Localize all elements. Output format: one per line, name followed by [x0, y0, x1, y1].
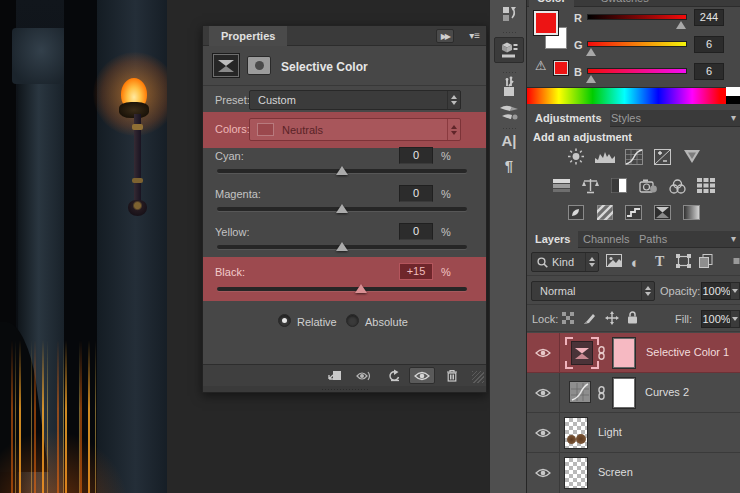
reset-adjustment-icon[interactable] [384, 367, 404, 384]
black-slider[interactable] [217, 287, 467, 291]
yellow-slider[interactable] [217, 245, 467, 249]
layer-mask-thumbnail[interactable] [612, 337, 636, 369]
green-slider-thumb[interactable] [586, 48, 596, 56]
paragraph-panel-icon[interactable]: ¶ [490, 157, 528, 174]
filter-toggle-icon[interactable] [733, 254, 740, 268]
history-panel-icon[interactable] [490, 4, 528, 24]
tab-properties[interactable]: Properties [209, 26, 287, 46]
magenta-value-field[interactable]: 0 [399, 185, 433, 202]
tab-channels[interactable]: Channels [575, 231, 637, 248]
layer-visibility-toggle[interactable] [527, 333, 560, 372]
opacity-dropdown-arrow[interactable] [730, 282, 740, 300]
layer-row-selective-color-1[interactable]: Selective Color 1 [527, 333, 740, 373]
posterize-icon[interactable] [595, 204, 615, 221]
brush-panel-icon[interactable] [490, 102, 528, 122]
layer-visibility-toggle[interactable] [527, 413, 560, 452]
dock-group-grip[interactable] [502, 127, 516, 130]
layer-row-curves-2[interactable]: Curves 2 [527, 373, 740, 413]
fill-value-field[interactable]: 100% [701, 310, 732, 328]
panel-menu-icon[interactable]: ▾ [731, 233, 736, 244]
closest-web-color-swatch[interactable] [554, 61, 568, 75]
lock-transparency-icon[interactable] [562, 312, 574, 324]
foreground-color-swatch[interactable] [534, 11, 558, 35]
blue-channel-slider[interactable] [587, 68, 687, 74]
filter-adjustment-layers-icon[interactable]: ◐ [631, 254, 640, 271]
collapse-panel-icon[interactable]: ▶▶ [436, 29, 454, 43]
black-slider-thumb[interactable] [355, 284, 367, 293]
cyan-slider-thumb[interactable] [336, 166, 348, 175]
tab-layers[interactable]: Layers [527, 231, 578, 248]
tab-color[interactable]: Color [529, 0, 574, 7]
tab-swatches[interactable]: Swatches [593, 0, 657, 7]
mask-link-icon[interactable] [597, 346, 606, 362]
invert-icon[interactable] [566, 204, 586, 221]
exposure-icon[interactable] [653, 148, 673, 165]
black-value-field[interactable]: +15 [399, 263, 433, 280]
absolute-radio[interactable] [346, 314, 359, 327]
gradient-map-icon[interactable] [653, 204, 673, 221]
dock-group-grip[interactable] [502, 71, 516, 74]
curves-layer-thumbnail[interactable] [569, 381, 591, 403]
levels-icon[interactable] [595, 148, 615, 165]
cyan-value-field[interactable]: 0 [399, 147, 433, 164]
fill-dropdown-arrow[interactable] [730, 310, 740, 328]
color-spectrum-ramp[interactable] [527, 87, 726, 104]
colors-dropdown[interactable]: Neutrals [249, 118, 461, 141]
curves-icon[interactable] [624, 148, 644, 165]
yellow-slider-thumb[interactable] [336, 242, 348, 251]
panel-menu-icon[interactable]: ▾ [731, 112, 736, 123]
panel-resize-grip[interactable] [472, 371, 484, 383]
layer-mask-thumbnail[interactable] [612, 377, 636, 409]
tab-paths[interactable]: Paths [631, 231, 675, 248]
clip-to-layer-icon[interactable] [325, 367, 345, 384]
dock-group-grip[interactable] [502, 31, 516, 34]
delete-adjustment-icon[interactable] [442, 367, 462, 384]
blend-mode-dropdown[interactable]: Normal [531, 281, 655, 301]
panel-drag-handle[interactable] [203, 386, 486, 392]
selective-color-icon[interactable] [682, 204, 702, 221]
layer-visibility-toggle[interactable] [527, 453, 560, 493]
opacity-value-field[interactable]: 100% [701, 282, 732, 300]
filter-type-layers-icon[interactable]: T [655, 254, 664, 270]
spectrum-black-swatch[interactable] [726, 96, 740, 104]
spectrum-white-swatch[interactable] [726, 87, 740, 96]
blue-slider-thumb[interactable] [586, 75, 596, 83]
magenta-slider[interactable] [217, 207, 467, 211]
selective-color-adjustment-icon[interactable] [213, 54, 239, 77]
visibility-eye-icon[interactable] [409, 367, 435, 384]
document-canvas[interactable] [0, 0, 167, 493]
hue-saturation-icon[interactable] [551, 177, 571, 194]
threshold-icon[interactable] [624, 204, 644, 221]
red-value-field[interactable]: 244 [694, 9, 724, 26]
layer-row-screen[interactable]: Screen [527, 453, 740, 493]
filter-shape-layers-icon[interactable] [676, 254, 691, 268]
photo-filter-icon[interactable] [638, 177, 658, 194]
gamut-warning-icon[interactable]: ⚠ [535, 58, 547, 73]
brush-presets-panel-icon[interactable] [490, 76, 528, 98]
view-previous-state-icon[interactable] [353, 367, 373, 384]
black-white-icon[interactable] [609, 177, 629, 194]
color-balance-icon[interactable] [580, 177, 600, 194]
lock-all-icon[interactable] [627, 311, 638, 324]
brightness-contrast-icon[interactable] [566, 148, 586, 165]
color-lookup-icon[interactable] [696, 177, 716, 194]
adjustment-layer-thumbnail[interactable] [571, 341, 593, 365]
layer-visibility-toggle[interactable] [527, 373, 560, 412]
relative-radio[interactable] [278, 314, 291, 327]
layer-thumbnail[interactable] [564, 457, 588, 489]
tab-adjustments[interactable]: Adjustments [527, 110, 610, 127]
preset-dropdown[interactable]: Custom [249, 90, 461, 110]
red-slider-thumb[interactable] [676, 21, 686, 29]
blue-value-field[interactable]: 6 [694, 63, 724, 80]
filter-kind-dropdown[interactable]: Kind [531, 252, 599, 272]
mask-link-icon[interactable] [597, 386, 606, 402]
magenta-slider-thumb[interactable] [336, 204, 348, 213]
green-channel-slider[interactable] [587, 41, 687, 47]
cyan-slider[interactable] [217, 169, 467, 173]
lock-pixels-icon[interactable] [583, 312, 597, 325]
channel-mixer-icon[interactable] [667, 177, 687, 194]
layer-row-light[interactable]: Light [527, 413, 740, 453]
lock-position-icon[interactable] [605, 311, 619, 325]
red-channel-slider[interactable] [587, 14, 687, 20]
layer-thumbnail[interactable] [564, 417, 588, 449]
